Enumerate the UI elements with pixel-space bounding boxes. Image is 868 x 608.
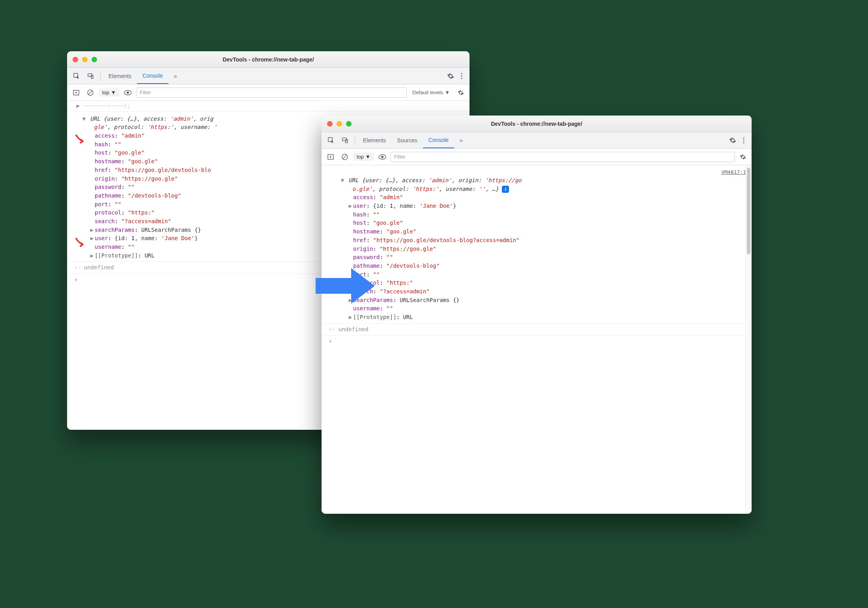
tab-elements[interactable]: Elements xyxy=(357,132,391,148)
tab-console[interactable]: Console xyxy=(137,68,168,84)
svg-point-10 xyxy=(127,91,129,94)
prompt-row[interactable]: › xyxy=(322,336,752,347)
filter-input[interactable]: Filter xyxy=(136,88,407,98)
tab-overflow[interactable]: » xyxy=(454,132,468,148)
property-value: "https://goo.gle" xyxy=(380,246,436,252)
expand-icon[interactable]: ▶ xyxy=(348,313,353,322)
device-toggle-icon[interactable] xyxy=(338,132,352,148)
chevron-down-icon: ▼ xyxy=(445,90,450,95)
tab-overflow[interactable]: » xyxy=(168,68,183,84)
sidebar-toggle-icon[interactable] xyxy=(325,151,337,163)
settings-icon[interactable] xyxy=(445,68,456,84)
object-summary[interactable]: URL {user: {…}, access: 'admin', origin:… xyxy=(348,177,521,183)
property-row[interactable]: href: "https://goo.gle/devtools-blog?acc… xyxy=(355,236,745,245)
clear-console-icon[interactable] xyxy=(339,151,351,163)
property-row[interactable]: ▶[[Prototype]]: URL xyxy=(355,313,745,322)
property-value: "https://goo.gle/devtools-blo xyxy=(115,167,211,173)
console-settings-icon[interactable] xyxy=(455,90,466,96)
filter-placeholder: Filter xyxy=(394,154,406,160)
scrollbar[interactable] xyxy=(745,165,752,514)
property-row[interactable]: access: "admin" xyxy=(355,193,745,202)
object-properties: access: "admin"▶user: {id: 1, name: 'Jan… xyxy=(329,193,745,321)
property-key: hash xyxy=(353,211,367,218)
property-value: "" xyxy=(373,211,380,218)
property-key: protocol xyxy=(95,209,121,216)
object-summary[interactable]: URL {user: {…}, access: 'admin', orig xyxy=(90,116,213,122)
console-subbar: top ▼ Filter Default levels ▼ xyxy=(67,84,470,101)
object-class: URL xyxy=(348,177,358,183)
property-row[interactable]: password: "" xyxy=(355,253,745,262)
property-row[interactable]: hash: "" xyxy=(355,211,745,219)
minimize-icon[interactable] xyxy=(82,57,88,62)
svg-line-19 xyxy=(343,155,347,159)
tabstrip: Elements Console » xyxy=(67,68,470,84)
more-icon[interactable] xyxy=(738,132,749,148)
chevron-down-icon: ▼ xyxy=(111,90,116,95)
property-key: port xyxy=(95,201,108,207)
live-expression-icon[interactable] xyxy=(122,87,134,99)
minimize-icon[interactable] xyxy=(337,121,342,127)
more-icon[interactable] xyxy=(456,68,467,84)
expand-icon[interactable]: ▶ xyxy=(75,102,80,110)
tab-console[interactable]: Console xyxy=(423,132,454,148)
expand-icon[interactable]: ▶ xyxy=(89,252,95,260)
property-value: "https:" xyxy=(386,280,413,286)
context-label: top xyxy=(102,90,109,95)
settings-icon[interactable] xyxy=(727,132,738,148)
devtools-window-right: DevTools - chrome://new-tab-page/ Elemen… xyxy=(322,116,752,514)
log-levels-selector[interactable]: Default levels ▼ xyxy=(409,89,453,96)
source-link[interactable]: VM4817:1 xyxy=(721,168,746,176)
collapse-icon[interactable]: ▼ xyxy=(81,115,87,123)
expand-icon[interactable]: ▶ xyxy=(348,202,353,211)
window-title: DevTools - chrome://new-tab-page/ xyxy=(67,56,470,63)
scrollbar-thumb[interactable] xyxy=(747,168,750,254)
svg-point-15 xyxy=(743,140,744,141)
tab-sources[interactable]: Sources xyxy=(391,132,423,148)
property-row[interactable]: origin: "https://goo.gle" xyxy=(355,245,745,254)
property-row[interactable]: ▶user: {id: 1, name: 'Jane Doe'} xyxy=(355,202,745,211)
property-row[interactable]: hostname: "goo.gle" xyxy=(355,228,745,236)
property-row[interactable]: host: "goo.gle" xyxy=(355,219,745,228)
property-key: access xyxy=(353,194,373,200)
traffic-lights xyxy=(73,57,97,62)
context-selector[interactable]: top ▼ xyxy=(99,88,120,97)
zoom-icon[interactable] xyxy=(346,121,352,127)
live-expression-icon[interactable] xyxy=(376,151,388,163)
property-row[interactable]: pathname: "/devtools-blog" xyxy=(355,262,745,270)
svg-line-8 xyxy=(88,91,92,95)
collapse-icon[interactable]: ▼ xyxy=(340,176,345,185)
prev-log-line: ▶ ───────(────); xyxy=(67,101,470,112)
property-row[interactable]: search: "?access=admin" xyxy=(355,287,745,296)
expand-icon[interactable]: ▶ xyxy=(89,234,95,243)
property-row[interactable]: protocol: "https:" xyxy=(355,279,745,287)
property-row[interactable]: username: "" xyxy=(355,304,745,313)
console-settings-icon[interactable] xyxy=(737,154,748,160)
expand-icon[interactable]: ▶ xyxy=(89,226,95,235)
property-value: "https:" xyxy=(128,209,154,216)
sidebar-toggle-icon[interactable] xyxy=(70,87,82,99)
property-row[interactable]: port: "" xyxy=(355,270,745,279)
property-row[interactable]: ▶searchParams: URLSearchParams {} xyxy=(355,296,745,305)
property-value: "" xyxy=(128,244,135,250)
property-value: "https://goo.gle/devtools-blog?access=ad… xyxy=(373,237,520,243)
property-key: user xyxy=(353,203,367,209)
property-value: URLSearchParams {} xyxy=(400,297,460,303)
close-icon[interactable] xyxy=(327,121,333,127)
close-icon[interactable] xyxy=(73,57,78,62)
property-key: [[Prototype]] xyxy=(95,252,138,259)
inspect-icon[interactable] xyxy=(324,132,338,148)
property-key: hostname xyxy=(95,158,121,164)
zoom-icon[interactable] xyxy=(92,57,97,62)
device-toggle-icon[interactable] xyxy=(84,68,98,84)
log-entry: ▼ URL {user: {…}, access: 'admin', origi… xyxy=(322,165,752,323)
clear-console-icon[interactable] xyxy=(84,87,96,99)
property-value: "?access=admin" xyxy=(121,218,171,224)
inspect-icon[interactable] xyxy=(69,68,84,84)
context-selector[interactable]: top ▼ xyxy=(353,153,374,161)
svg-point-5 xyxy=(461,78,462,79)
property-key: password xyxy=(353,254,380,260)
tab-elements[interactable]: Elements xyxy=(103,68,137,84)
filter-input[interactable]: Filter xyxy=(391,152,735,162)
undefined-label: undefined xyxy=(84,263,114,272)
info-badge-icon[interactable]: i xyxy=(502,186,509,193)
